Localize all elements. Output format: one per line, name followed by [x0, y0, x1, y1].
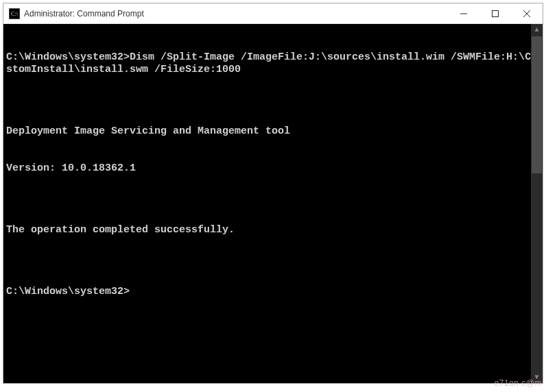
terminal-line: C:\Windows\system32>Dism /Split-Image /I…	[6, 51, 538, 76]
svg-rect-3	[492, 10, 499, 16]
prompt: C:\Windows\system32>	[6, 286, 130, 297]
terminal-line: The operation completed successfully.	[6, 224, 538, 236]
close-button[interactable]	[511, 3, 543, 24]
svg-text:C:\: C:\	[11, 11, 19, 17]
titlebar[interactable]: C:\ Administrator: Command Prompt	[3, 3, 543, 24]
scroll-up-button[interactable]: ▲	[531, 24, 543, 36]
maximize-icon	[492, 10, 499, 17]
maximize-button[interactable]	[479, 3, 511, 24]
terminal-line: C:\Windows\system32>	[6, 286, 538, 298]
vertical-scrollbar[interactable]: ▲ ▼	[531, 24, 543, 383]
command-prompt-window: C:\ Administrator: Command Prompt C:\Win…	[3, 3, 543, 384]
terminal-line: Version: 10.0.18362.1	[6, 162, 538, 175]
minimize-icon	[460, 10, 467, 17]
terminal-area[interactable]: C:\Windows\system32>Dism /Split-Image /I…	[3, 24, 543, 383]
scrollbar-thumb[interactable]	[532, 36, 542, 173]
watermark: e71on c@m	[495, 378, 542, 388]
minimize-button[interactable]	[448, 3, 479, 24]
terminal-line: Deployment Image Servicing and Managemen…	[6, 125, 538, 138]
close-icon	[523, 10, 530, 17]
cmd-icon: C:\	[9, 8, 20, 19]
prompt: C:\Windows\system32>	[6, 51, 130, 63]
window-title: Administrator: Command Prompt	[24, 9, 144, 19]
